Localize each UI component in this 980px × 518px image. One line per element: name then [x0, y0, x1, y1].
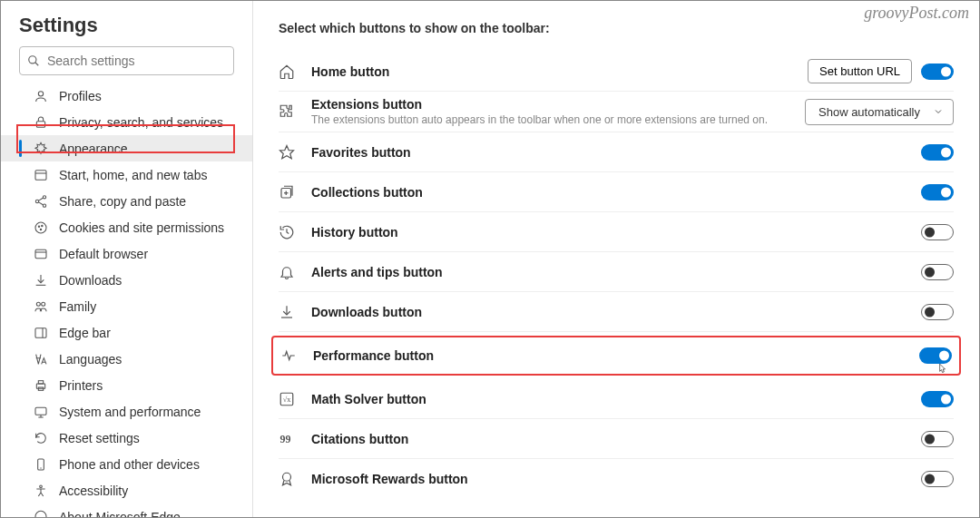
- about-icon: [34, 510, 48, 518]
- sidebar-item-label: Privacy, search, and services: [59, 115, 223, 130]
- row-label: Collections button: [311, 185, 921, 200]
- main-content: Select which buttons to show on the tool…: [253, 1, 979, 517]
- row-label: Citations button: [311, 432, 921, 446]
- search-settings-input[interactable]: [19, 46, 234, 75]
- system-icon: [34, 405, 48, 419]
- sidebar-item-label: Default browser: [59, 247, 148, 261]
- start-icon: [34, 168, 48, 182]
- sidebar-item-label: Accessibility: [59, 484, 128, 498]
- sidebar-item-label: Reset settings: [59, 431, 140, 445]
- sidebar-item-privacy[interactable]: Privacy, search, and services: [1, 109, 252, 135]
- row-label: Alerts and tips button: [311, 265, 921, 279]
- math-icon: √x: [279, 391, 295, 407]
- family-icon: [34, 299, 48, 314]
- accessibility-icon: [34, 484, 48, 498]
- profiles-icon: [34, 89, 48, 103]
- svg-point-41: [283, 473, 291, 481]
- toggle[interactable]: [921, 391, 954, 407]
- row-label: Math Solver button: [311, 392, 921, 406]
- performance-icon: [280, 347, 297, 364]
- toolbar-row-performance: Performance button: [271, 336, 961, 376]
- printers-icon: [34, 378, 48, 393]
- sidebar-item-label: Downloads: [59, 273, 122, 288]
- row-label: History button: [311, 225, 921, 239]
- svg-rect-4: [35, 170, 46, 180]
- section-title: Select which buttons to show on the tool…: [279, 21, 954, 35]
- toolbar-row-rewards: Microsoft Rewards button: [279, 459, 954, 499]
- toggle[interactable]: [919, 347, 952, 364]
- row-label: Performance button: [313, 348, 919, 363]
- rewards-icon: [279, 471, 295, 487]
- svg-point-12: [38, 226, 39, 227]
- extensions-icon: [279, 103, 295, 120]
- chevron-down-icon: [933, 106, 944, 117]
- sidebar-item-family[interactable]: Family: [1, 293, 252, 319]
- svg-rect-24: [38, 380, 43, 383]
- toolbar-row-collections: Collections button: [279, 172, 954, 212]
- svg-point-13: [42, 225, 43, 226]
- favorites-icon: [279, 144, 295, 161]
- svg-point-19: [36, 302, 40, 306]
- row-label: Favorites button: [311, 145, 921, 160]
- alerts-icon: [279, 264, 295, 280]
- sidebar-item-label: Appearance: [59, 142, 128, 156]
- share-icon: [34, 194, 48, 209]
- history-icon: [279, 224, 295, 240]
- toolbar-row-citations: 99Citations button: [279, 419, 954, 459]
- toggle[interactable]: [921, 144, 954, 161]
- settings-sidebar: Settings ProfilesPrivacy, search, and se…: [1, 1, 253, 517]
- edgebar-icon: [34, 326, 48, 340]
- set-button-url-button[interactable]: Set button URL: [808, 59, 912, 83]
- svg-line-1: [35, 63, 39, 66]
- watermark: groovyPost.com: [864, 4, 969, 23]
- sidebar-item-share[interactable]: Share, copy and paste: [1, 188, 252, 214]
- sidebar-item-label: Phone and other devices: [59, 457, 200, 472]
- row-label: Extensions button: [311, 97, 805, 112]
- svg-rect-3: [36, 121, 44, 127]
- sidebar-item-appearance[interactable]: Appearance: [1, 135, 252, 161]
- collections-icon: [279, 184, 295, 200]
- page-title: Settings: [1, 14, 252, 46]
- toggle[interactable]: [921, 264, 954, 280]
- sidebar-item-reset[interactable]: Reset settings: [1, 425, 252, 451]
- sidebar-item-accessibility[interactable]: Accessibility: [1, 477, 252, 503]
- toggle[interactable]: [921, 184, 954, 200]
- sidebar-item-label: Languages: [59, 352, 122, 367]
- toggle[interactable]: [921, 224, 954, 240]
- cookies-icon: [34, 220, 48, 235]
- sidebar-item-languages[interactable]: Languages: [1, 346, 252, 372]
- toolbar-row-history: History button: [279, 212, 954, 252]
- sidebar-item-printers[interactable]: Printers: [1, 372, 252, 398]
- sidebar-item-profiles[interactable]: Profiles: [1, 83, 252, 109]
- svg-rect-21: [35, 327, 46, 337]
- sidebar-item-downloads[interactable]: Downloads: [1, 267, 252, 293]
- sidebar-item-label: Cookies and site permissions: [59, 220, 224, 235]
- svg-point-31: [40, 485, 43, 488]
- appearance-icon: [34, 142, 48, 156]
- sidebar-item-about[interactable]: About Microsoft Edge: [1, 503, 252, 517]
- row-desc: The extensions button auto appears in th…: [311, 113, 805, 126]
- svg-line-10: [38, 201, 43, 204]
- sidebar-item-label: Profiles: [59, 89, 102, 103]
- toggle[interactable]: [921, 304, 954, 320]
- default-icon: [34, 247, 48, 261]
- toggle[interactable]: [921, 431, 954, 447]
- privacy-icon: [34, 115, 48, 130]
- toggle[interactable]: [921, 471, 954, 487]
- sidebar-item-edgebar[interactable]: Edge bar: [1, 319, 252, 346]
- extensions-dropdown[interactable]: Show automatically: [805, 99, 954, 125]
- sidebar-item-system[interactable]: System and performance: [1, 398, 252, 425]
- sidebar-item-cookies[interactable]: Cookies and site permissions: [1, 214, 252, 240]
- toolbar-row-home: Home buttonSet button URL: [279, 52, 954, 92]
- svg-marker-32: [280, 145, 294, 158]
- sidebar-item-label: System and performance: [59, 405, 201, 419]
- sidebar-item-start[interactable]: Start, home, and new tabs: [1, 161, 252, 188]
- sidebar-item-label: About Microsoft Edge: [59, 510, 181, 518]
- svg-rect-23: [36, 384, 44, 388]
- svg-point-0: [29, 56, 36, 64]
- sidebar-item-phone[interactable]: Phone and other devices: [1, 451, 252, 477]
- toggle[interactable]: [921, 64, 954, 80]
- sidebar-item-default[interactable]: Default browser: [1, 240, 252, 267]
- dl-icon: [279, 304, 295, 320]
- downloads-icon: [34, 273, 48, 288]
